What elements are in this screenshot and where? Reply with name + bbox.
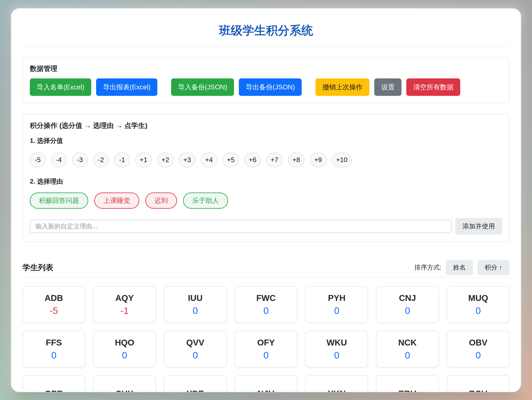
student-card-CNJ[interactable]: CNJ0: [376, 286, 439, 323]
score-operation-title: 积分操作 (选分值 → 选理由 → 点学生): [30, 121, 502, 130]
student-name: MUQ: [468, 294, 488, 302]
student-card-IUU[interactable]: IUU0: [164, 286, 227, 323]
student-card-HQO[interactable]: HQO0: [93, 331, 156, 368]
student-name: ERU: [398, 389, 416, 392]
student-card-ERU[interactable]: ERU: [376, 375, 439, 392]
score-pill--5[interactable]: -5: [30, 152, 46, 167]
student-name: IUU: [188, 294, 203, 302]
score-pill--2[interactable]: -2: [93, 152, 109, 167]
student-score: -1: [120, 306, 129, 315]
reason-row: 积极回答问题上课睡觉迟到乐于助人: [30, 193, 502, 209]
add-and-use-reason-button[interactable]: 添加并使用: [455, 218, 502, 235]
student-name: NJH: [258, 389, 274, 392]
score-pill-+7[interactable]: +7: [266, 152, 283, 167]
student-card-PYH[interactable]: PYH0: [305, 286, 368, 323]
student-score: 0: [334, 350, 339, 360]
student-score: 0: [405, 350, 410, 360]
student-name: OFY: [257, 338, 275, 347]
student-card-NJH[interactable]: NJH: [235, 375, 298, 392]
score-operation-panel: 积分操作 (选分值 → 选理由 → 点学生) 1. 选择分值 -5-4-3-2-…: [23, 114, 509, 242]
score-pill-+10[interactable]: +10: [332, 152, 352, 167]
student-name: FWC: [256, 294, 276, 302]
student-name: RCU: [469, 389, 488, 392]
student-score: 0: [334, 306, 339, 315]
import-roster-excel-button[interactable]: 导入名单(Excel): [30, 78, 91, 96]
student-score: 0: [263, 306, 269, 315]
student-score: -5: [50, 306, 58, 315]
student-name: YDE: [187, 389, 204, 392]
score-pill-+5[interactable]: +5: [223, 152, 239, 167]
student-card-SHY[interactable]: SHY: [93, 375, 156, 392]
data-management-panel: 数据管理 导入名单(Excel)导出报表(Excel)导入备份(JSON)导出备…: [23, 57, 509, 103]
student-score: 0: [193, 306, 198, 315]
student-card-OBV[interactable]: OBV0: [447, 331, 509, 368]
settings-button[interactable]: 设置: [374, 78, 401, 96]
student-card-YDE[interactable]: YDE: [164, 375, 227, 392]
student-name: NCK: [398, 338, 417, 347]
student-card-RCU[interactable]: RCU: [447, 375, 509, 392]
student-score: 0: [476, 350, 481, 360]
score-pill-+2[interactable]: +2: [157, 152, 174, 167]
student-name: AQY: [115, 294, 134, 302]
custom-reason-row: 添加并使用: [30, 218, 502, 235]
score-pill--4[interactable]: -4: [51, 152, 67, 167]
student-card-AQY[interactable]: AQY-1: [93, 286, 156, 323]
score-pill-+4[interactable]: +4: [201, 152, 217, 167]
student-card-NCK[interactable]: NCK0: [376, 331, 439, 368]
student-name: SHY: [116, 389, 133, 392]
student-name: YKN: [328, 389, 346, 392]
reason-pill-active-answer[interactable]: 积极回答问题: [30, 193, 88, 209]
data-management-button-row: 导入名单(Excel)导出报表(Excel)导入备份(JSON)导出备份(JSO…: [30, 78, 502, 96]
reason-pill-sleep-in-class[interactable]: 上课睡觉: [94, 193, 139, 209]
student-grid: ADB-5AQY-1IUU0FWC0PYH0CNJ0MUQ0FFS0HQO0QV…: [23, 286, 509, 392]
student-score: 0: [476, 306, 481, 315]
student-name: ADB: [44, 294, 63, 302]
student-score: 0: [122, 350, 127, 360]
student-name: HQO: [115, 338, 134, 347]
student-score: 0: [193, 350, 198, 360]
student-name: QPB: [44, 389, 63, 392]
clear-all-data-button[interactable]: 清空所有数据: [406, 78, 460, 96]
score-pill-+8[interactable]: +8: [288, 152, 304, 167]
student-score: 0: [263, 350, 269, 360]
data-management-title: 数据管理: [30, 64, 502, 73]
score-pill--3[interactable]: -3: [72, 152, 88, 167]
student-name: PYH: [328, 294, 345, 302]
undo-last-action-button[interactable]: 撤销上次操作: [316, 78, 369, 96]
student-name: QVV: [186, 338, 204, 347]
import-backup-json-button[interactable]: 导入备份(JSON): [171, 78, 234, 96]
page-title: 班级学生积分系统: [23, 24, 509, 37]
student-list-divider: [23, 277, 509, 278]
reason-pill-late[interactable]: 迟到: [145, 193, 177, 209]
export-backup-json-button[interactable]: 导出备份(JSON): [239, 78, 302, 96]
student-card-FFS[interactable]: FFS0: [23, 331, 85, 368]
page-header: 班级学生积分系统: [23, 8, 509, 47]
student-card-OFY[interactable]: OFY0: [235, 331, 298, 368]
score-value-row: -5-4-3-2-1+1+2+3+4+5+6+7+8+9+10: [30, 152, 502, 167]
student-card-YKN[interactable]: YKN: [305, 375, 368, 392]
student-name: WKU: [327, 338, 347, 347]
student-card-WKU[interactable]: WKU0: [305, 331, 368, 368]
sort-by-score-button[interactable]: 积分 ↑: [477, 260, 509, 275]
student-card-QPB[interactable]: QPB: [23, 375, 85, 392]
score-pill--1[interactable]: -1: [114, 152, 130, 167]
student-score: 0: [405, 306, 410, 315]
score-pill-+6[interactable]: +6: [244, 152, 261, 167]
score-pill-+3[interactable]: +3: [179, 152, 196, 167]
student-card-ADB[interactable]: ADB-5: [23, 286, 85, 323]
student-name: FFS: [46, 338, 62, 347]
student-list-title: 学生列表: [23, 262, 53, 273]
student-card-QVV[interactable]: QVV0: [164, 331, 227, 368]
score-pill-+9[interactable]: +9: [310, 152, 326, 167]
student-card-FWC[interactable]: FWC0: [235, 286, 298, 323]
student-name: CNJ: [399, 294, 416, 302]
export-report-excel-button[interactable]: 导出报表(Excel): [96, 78, 158, 96]
step1-select-score-label: 1. 选择分值: [30, 137, 502, 144]
sort-mode-label: 排序方式:: [414, 263, 441, 272]
student-card-MUQ[interactable]: MUQ0: [447, 286, 509, 323]
score-pill-+1[interactable]: +1: [135, 152, 152, 167]
sort-by-name-button[interactable]: 姓名: [446, 260, 473, 275]
reason-pill-helpful[interactable]: 乐于助人: [183, 193, 228, 209]
student-list-header: 学生列表 排序方式: 姓名 积分 ↑: [23, 260, 509, 275]
custom-reason-input[interactable]: [30, 220, 451, 233]
